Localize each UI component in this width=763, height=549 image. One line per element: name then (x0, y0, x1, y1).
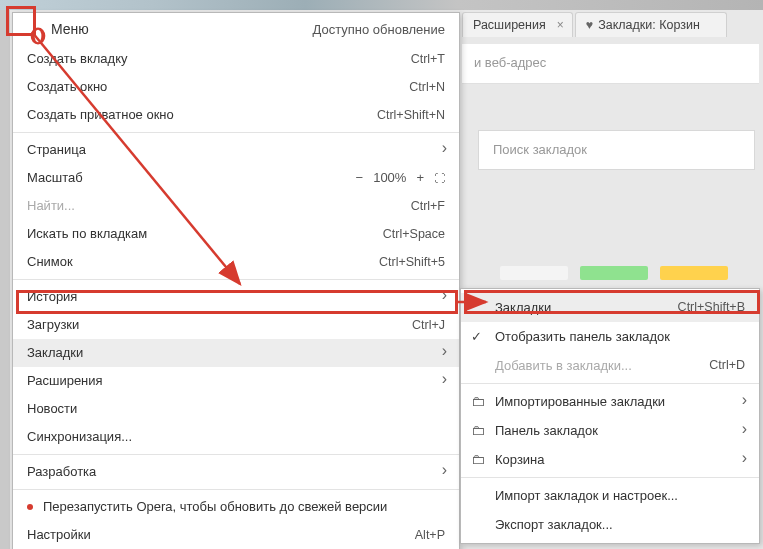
submenu-item-label: Добавить в закладки... (495, 356, 632, 375)
menu-item[interactable]: ЗагрузкиCtrl+J (13, 311, 459, 339)
menu-item-label: Загрузки (27, 315, 79, 335)
heart-icon: ♥ (586, 18, 593, 32)
fullscreen-icon[interactable]: ⛶ (434, 168, 445, 188)
folder-icon: 🗀 (471, 450, 485, 469)
bookmarks-search[interactable]: Поиск закладок (478, 130, 755, 170)
shortcut-label: Ctrl+J (412, 315, 445, 335)
submenu-item[interactable]: 🗀Панель закладок (461, 416, 759, 445)
menu-item-label: Перезапустить Opera, чтобы обновить до с… (43, 497, 387, 517)
submenu-item: Добавить в закладки...Ctrl+D (461, 351, 759, 380)
menu-item[interactable]: Масштаб−100%+⛶ (13, 164, 459, 192)
menu-item-label: Создать окно (27, 77, 107, 97)
bookmarks-submenu: ЗакладкиCtrl+Shift+B✓Отобразить панель з… (460, 288, 760, 544)
menu-item-label: Страница (27, 140, 86, 160)
shortcut-label: Ctrl+Space (383, 224, 445, 244)
menu-item-label: Снимок (27, 252, 73, 272)
menu-item-label: История (27, 287, 77, 307)
submenu-item[interactable]: 🗀Корзина (461, 445, 759, 474)
zoom-out-button[interactable]: − (356, 168, 364, 188)
submenu-item-label: Импортированные закладки (495, 392, 665, 411)
submenu-item[interactable]: 🗀Импортированные закладки (461, 387, 759, 416)
shortcut-label: Alt+P (415, 525, 445, 545)
folder-icon: 🗀 (471, 392, 485, 411)
svg-point-1 (35, 30, 42, 42)
address-bar[interactable]: и веб-адрес (462, 44, 759, 84)
menu-item[interactable]: Перезапустить Opera, чтобы обновить до с… (13, 493, 459, 521)
menu-item-label: Найти... (27, 196, 75, 216)
menu-item-label: Создать приватное окно (27, 105, 174, 125)
submenu-item-label: Экспорт закладок... (495, 515, 613, 534)
zoom-controls: −100%+⛶ (356, 168, 445, 188)
menu-item[interactable]: Страница (13, 136, 459, 164)
menu-item[interactable]: Расширения (13, 367, 459, 395)
zoom-value: 100% (373, 168, 406, 188)
menu-item-label: Синхронизация... (27, 427, 132, 447)
tab-close-icon[interactable]: × (557, 18, 564, 32)
main-menu: Меню Доступно обновление Создать вкладку… (12, 12, 460, 549)
submenu-item[interactable]: ✓Отобразить панель закладок (461, 322, 759, 351)
menu-item[interactable]: Синхронизация... (13, 423, 459, 451)
zoom-in-button[interactable]: + (416, 168, 424, 188)
menu-item[interactable]: Закладки (13, 339, 459, 367)
tab-bookmarks[interactable]: ♥Закладки: Корзин (575, 12, 727, 37)
folder-icon: 🗀 (471, 421, 485, 440)
menu-item[interactable]: Создать окноCtrl+N (13, 73, 459, 101)
shortcut-label: Ctrl+D (709, 356, 745, 375)
menu-item[interactable]: Разработка (13, 458, 459, 486)
shortcut-label: Ctrl+N (409, 77, 445, 97)
shortcut-label: Ctrl+F (411, 196, 445, 216)
menu-item-label: Масштаб (27, 168, 83, 188)
submenu-item[interactable]: Экспорт закладок... (461, 510, 759, 539)
submenu-item-label: Закладки (495, 298, 551, 317)
menu-item-label: Искать по вкладкам (27, 224, 147, 244)
menu-item[interactable]: Новости (13, 395, 459, 423)
submenu-item[interactable]: Импорт закладок и настроек... (461, 481, 759, 510)
shortcut-label: Ctrl+Shift+5 (379, 252, 445, 272)
menu-title: Меню (51, 21, 89, 37)
shortcut-label: Ctrl+Shift+N (377, 105, 445, 125)
menu-item[interactable]: Искать по вкладкамCtrl+Space (13, 220, 459, 248)
shortcut-label: Ctrl+T (411, 49, 445, 69)
menu-item[interactable]: Создать вкладкуCtrl+T (13, 45, 459, 73)
submenu-item-label: Импорт закладок и настроек... (495, 486, 678, 505)
tab-strip: Расширения× ♥Закладки: Корзин (462, 12, 727, 37)
submenu-item-label: Отобразить панель закладок (495, 327, 670, 346)
menu-item[interactable]: История (13, 283, 459, 311)
submenu-item-label: Панель закладок (495, 421, 598, 440)
menu-item-label: Создать вкладку (27, 49, 128, 69)
check-icon: ✓ (471, 327, 482, 346)
shortcut-label: Ctrl+Shift+B (678, 298, 745, 317)
menu-item-label: Закладки (27, 343, 83, 363)
submenu-item-label: Корзина (495, 450, 545, 469)
menu-item[interactable]: СнимокCtrl+Shift+5 (13, 248, 459, 276)
menu-item[interactable]: НастройкиAlt+P (13, 521, 459, 549)
menu-item-label: Расширения (27, 371, 103, 391)
menu-item[interactable]: Создать приватное окноCtrl+Shift+N (13, 101, 459, 129)
menu-item-label: Настройки (27, 525, 91, 545)
update-dot-icon (27, 504, 33, 510)
menu-item-label: Разработка (27, 462, 96, 482)
opera-logo-icon (29, 27, 47, 45)
submenu-item[interactable]: ЗакладкиCtrl+Shift+B (461, 293, 759, 322)
menu-item-label: Новости (27, 399, 77, 419)
menu-item[interactable]: Найти...Ctrl+F (13, 192, 459, 220)
update-available-label[interactable]: Доступно обновление (312, 22, 445, 37)
tab-extensions[interactable]: Расширения× (462, 12, 573, 37)
